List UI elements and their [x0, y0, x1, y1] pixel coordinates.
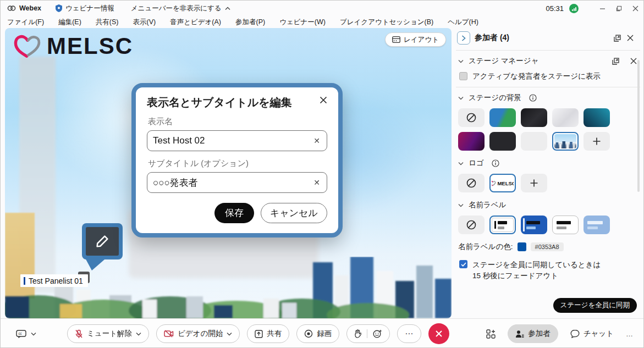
namelabel-swatch-translucent[interactable] [584, 216, 610, 234]
city-skyline [5, 257, 452, 318]
background-swatch-light[interactable] [521, 132, 547, 151]
background-swatch-none[interactable] [458, 108, 485, 127]
captions-button[interactable]: cc [16, 330, 26, 338]
connection-quality-icon[interactable] [569, 4, 579, 13]
minimize-button[interactable] [594, 2, 610, 15]
layout-grid-icon [392, 36, 400, 43]
melsc-heart-icon [492, 180, 496, 186]
chat-button[interactable]: チャット [570, 329, 614, 339]
subtitle-input[interactable] [153, 177, 312, 188]
meeting-timer: 05:31 [546, 4, 564, 13]
menu-file[interactable]: ファイル(F) [7, 18, 44, 27]
video-options-chevron[interactable] [227, 332, 232, 336]
closed-caption-icon: cc [16, 330, 26, 338]
none-icon [466, 178, 477, 189]
background-swatch-purple[interactable] [458, 132, 485, 151]
info-icon[interactable] [489, 157, 502, 170]
namelabel-color-swatch[interactable] [518, 242, 526, 251]
captions-chevron[interactable] [31, 332, 36, 336]
background-swatch-teal[interactable] [584, 108, 610, 127]
menu-edit[interactable]: 編集(E) [58, 18, 81, 27]
namelabel-swatch-blue[interactable] [521, 216, 547, 234]
record-button[interactable]: 録画 [296, 324, 339, 343]
app-name: Webex [19, 4, 41, 12]
namelabel-swatch-none[interactable] [458, 216, 485, 234]
namelabel-color-hex[interactable]: #0353A8 [531, 242, 564, 251]
menu-audio-video[interactable]: 音声とビデオ(A) [170, 18, 221, 27]
menu-breakout[interactable]: ブレイクアウトセッション(B) [340, 18, 433, 27]
add-icon [530, 179, 538, 187]
background-swatch-blue-green[interactable] [489, 108, 516, 127]
share-screen-icon [255, 330, 263, 338]
close-window-button[interactable] [627, 2, 643, 15]
clear-display-name-icon[interactable]: ✕ [312, 136, 321, 145]
background-swatch-city-selected[interactable] [552, 132, 579, 151]
webinar-info-button[interactable]: ウェビナー情報 [56, 4, 114, 13]
active-speaker-checkbox[interactable] [459, 72, 467, 80]
apps-icon [486, 329, 496, 339]
magnified-edit-icon [82, 223, 123, 259]
namelabel-section-title: 名前ラベル [469, 200, 506, 210]
menu-webinar[interactable]: ウェビナー(W) [279, 18, 326, 27]
reactions-button[interactable] [373, 329, 382, 338]
chevron-down-icon[interactable] [458, 203, 464, 207]
microphone-muted-icon [75, 329, 83, 339]
leave-meeting-button[interactable] [428, 323, 449, 344]
layout-button[interactable]: レイアウト [385, 32, 446, 47]
hide-menubar-button[interactable]: メニューバーを非表示にする [131, 4, 230, 13]
apps-button[interactable] [486, 329, 496, 339]
chevron-down-icon[interactable] [458, 96, 464, 100]
background-swatch-dark-wave[interactable] [521, 108, 547, 127]
info-icon[interactable] [526, 91, 540, 104]
display-name-label: 表示名 [148, 117, 327, 127]
raise-hand-button[interactable] [354, 329, 361, 338]
save-button[interactable]: 保存 [214, 203, 254, 223]
background-swatch-add[interactable] [584, 132, 610, 151]
share-button[interactable]: 共有 [247, 324, 289, 343]
unmute-options-chevron[interactable] [136, 332, 141, 336]
participants-panel-title: 参加者 (4) [475, 33, 509, 43]
shield-icon [56, 4, 62, 12]
clear-subtitle-icon[interactable]: ✕ [312, 178, 321, 187]
collapse-panel-button[interactable] [457, 31, 470, 45]
more-panels-button[interactable]: … [626, 330, 634, 338]
menu-share[interactable]: 共有(S) [96, 18, 119, 27]
start-video-button[interactable]: ビデオの開始 [156, 324, 240, 343]
popout-panel-icon[interactable] [610, 31, 624, 45]
more-options-button[interactable]: ⋯ [397, 324, 421, 343]
menu-participants[interactable]: 参加者(P) [235, 18, 265, 27]
subtitle-label: サブタイトル (オプション) [148, 158, 327, 169]
none-icon [466, 219, 477, 230]
background-swatch-charcoal[interactable] [489, 132, 516, 151]
chevron-down-icon[interactable] [458, 59, 464, 63]
unmute-button[interactable]: ミュート解除 [67, 324, 149, 343]
participants-toggle-button[interactable]: 参加者 [508, 324, 558, 343]
display-name-input[interactable] [153, 135, 312, 146]
popout-stage-manager-icon[interactable] [609, 54, 622, 68]
pencil-icon [94, 233, 111, 250]
name-label-accent-bar [24, 277, 25, 285]
menu-view[interactable]: 表示(V) [133, 18, 156, 27]
namelabel-swatch-white[interactable] [552, 216, 579, 234]
chevron-down-icon[interactable] [458, 162, 464, 165]
logo-swatch-melsc-selected[interactable]: MELSC [489, 174, 516, 192]
sync-fadeout-checkbox[interactable] [459, 260, 467, 268]
logo-swatch-none[interactable] [458, 174, 485, 192]
participants-icon [515, 330, 524, 338]
maximize-button[interactable] [610, 2, 627, 15]
cancel-button[interactable]: キャンセル [261, 203, 327, 223]
participants-panel: 参加者 (4) ステージ マネージャ アクティブな発言者をステージに表示 ステー… [456, 28, 640, 318]
background-swatch-light-wave[interactable] [552, 108, 579, 127]
namelabel-swatch-edge-selected[interactable] [489, 216, 516, 234]
raised-hand-icon [354, 329, 361, 338]
close-panel-icon[interactable] [624, 31, 637, 45]
menu-help[interactable]: ヘルプ(H) [448, 18, 478, 27]
dialog-title: 表示名とサブタイトルを編集 [147, 95, 292, 109]
logo-swatch-add[interactable] [521, 174, 547, 192]
sync-stage-button[interactable]: ステージを全員に同期 [553, 298, 637, 313]
dialog-close-icon[interactable] [320, 96, 327, 106]
chevron-down-icon [31, 332, 36, 336]
city-thumbnail [554, 134, 576, 148]
panel-scrollbar[interactable] [637, 60, 640, 192]
melsc-heart-icon [13, 32, 42, 60]
